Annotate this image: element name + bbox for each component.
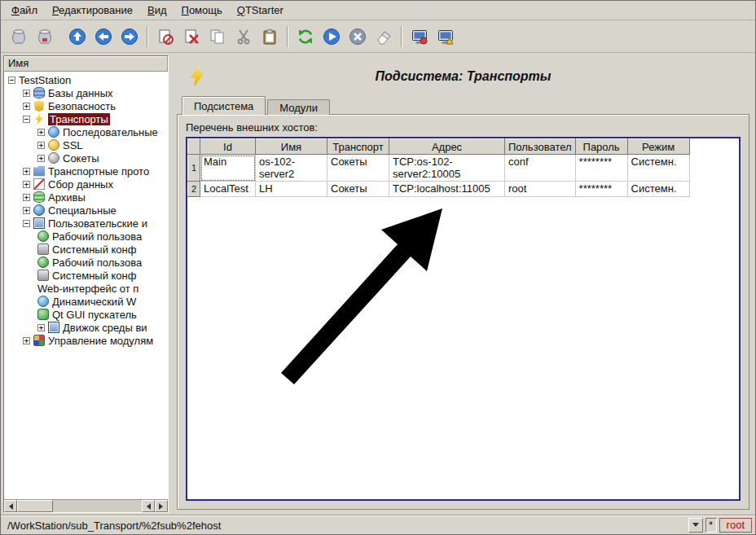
expander-icon[interactable]: + [23,194,30,201]
tree-item-data-acquisition[interactable]: + Сбор данных [4,178,168,191]
expander-icon[interactable]: + [23,90,30,97]
start-updating-icon[interactable] [319,24,345,49]
table-row[interactable]: 1 Main os-102-server2 Сокеты TCP:os-102-… [188,155,690,182]
up-level-icon[interactable] [64,24,90,49]
cell-address[interactable]: TCP:localhost:11005 [389,182,505,197]
cell-user[interactable]: conf [505,155,576,182]
tree-item-label: Специальные [48,204,116,217]
cell-mode[interactable]: Системн. [627,155,689,182]
tree-item-protocols[interactable]: + Транспортные прото [4,164,168,178]
column-header-mode[interactable]: Режим [627,139,689,155]
tree-item-label: Безопасность [48,100,116,112]
tree-item-serial[interactable]: + Последовательные [4,125,168,138]
qtstarter-config-icon[interactable] [433,24,459,49]
tree-horizontal-scrollbar[interactable] [4,499,168,512]
tree-item-specials[interactable]: + Специальные [4,204,168,217]
tab-modules[interactable]: Модули [267,99,330,115]
expander-icon[interactable]: + [37,129,45,136]
qtstarter-monitor-icon[interactable] [407,24,433,49]
cell-transport[interactable]: Сокеты [327,155,389,182]
paste-item-icon[interactable] [257,24,283,49]
tree-item-vca-engine[interactable]: + Движок среды ви [4,321,168,334]
hosts-table-area[interactable]: Id Имя Транспорт Адрес Пользовател Парол… [186,137,741,501]
tree-item-web-vision[interactable]: Рабочий пользова [4,230,168,243]
menu-file[interactable]: Файл [4,2,45,19]
content-area: Имя − TestStation + Базы данных + Безопа… [1,53,755,515]
cell-password[interactable]: ******** [575,155,627,182]
scroll-left-icon[interactable] [142,500,155,512]
refresh-icon[interactable] [292,24,319,49]
expander-icon[interactable]: + [23,337,30,344]
tree-item-sockets[interactable]: + Сокеты [4,151,168,164]
tree-item-archives[interactable]: + Архивы [4,191,168,204]
add-item-icon[interactable] [152,24,178,49]
cut-item-icon[interactable] [231,24,257,49]
menu-help[interactable]: Помощь [174,2,230,19]
clear-icon[interactable] [371,24,397,49]
cell-name[interactable]: os-102-server2 [256,155,327,182]
gear-icon [37,243,49,255]
cell-user[interactable]: root [505,182,576,197]
tree-item-databases[interactable]: + Базы данных [4,86,168,99]
column-header-user[interactable]: Пользовател [505,139,576,155]
back-icon[interactable] [90,24,116,49]
user-dropdown-button[interactable] [688,518,703,533]
expander-icon[interactable]: + [23,207,30,214]
tree-header[interactable]: Имя [4,56,168,72]
expander-icon[interactable]: + [37,324,45,331]
tree-item-web-dyn[interactable]: Динамический W [4,295,168,308]
cell-id[interactable]: Main [200,155,256,182]
table-row[interactable]: 2 LocalTest LH Сокеты TCP:localhost:1100… [188,182,690,197]
socket-icon [48,152,59,164]
row-header[interactable]: 2 [188,182,200,197]
expander-icon[interactable]: + [23,168,30,175]
tab-subsystem[interactable]: Подсистема [182,96,266,115]
column-header-id[interactable]: Id [200,139,256,155]
tree-item-module-management[interactable]: + Управление модулям [4,334,168,347]
tree-item-teststation[interactable]: − TestStation [4,73,168,86]
cell-transport[interactable]: Сокеты [327,182,389,197]
cell-id[interactable]: LocalTest [200,182,256,197]
expander-icon[interactable]: + [37,142,45,149]
tree-item-user-interfaces[interactable]: − Пользовательские и [4,217,168,230]
tree-item-vision[interactable]: Рабочий пользова [4,256,168,269]
expander-icon[interactable]: − [8,77,15,84]
column-header-name[interactable]: Имя [256,139,327,155]
tree-item-label: Архивы [48,191,86,204]
copy-item-icon[interactable] [204,24,231,49]
forward-icon[interactable] [116,24,143,49]
expander-icon[interactable]: + [23,103,30,110]
stop-updating-icon[interactable] [345,24,371,49]
column-header-address[interactable]: Адрес [389,139,505,155]
tree-item-qt-starter[interactable]: Qt GUI пускатель [4,308,168,321]
remove-item-icon[interactable] [178,24,204,49]
scrollbar-track[interactable] [53,500,142,512]
cell-name[interactable]: LH [256,182,327,197]
column-header-password[interactable]: Пароль [575,139,627,155]
menu-qtstarter[interactable]: QTStarter [230,2,291,19]
tree-item-qt-config[interactable]: Системный конф [4,269,168,282]
column-header-transport[interactable]: Транспорт [327,139,389,155]
scrollbar-thumb[interactable] [17,500,53,512]
scroll-left-icon[interactable] [4,500,17,512]
save-to-db-icon[interactable] [32,24,58,49]
tree-item-security[interactable]: + Безопасность [4,99,168,112]
tree-item-web-user[interactable]: Web-интерфейс от п [4,282,168,295]
scroll-right-icon[interactable] [155,500,168,512]
cell-password[interactable]: ******** [575,182,627,197]
expander-icon[interactable]: + [37,155,45,162]
cell-mode[interactable]: Системн. [627,182,689,197]
expander-icon[interactable]: + [23,181,30,188]
key-icon [48,139,59,151]
load-from-db-icon[interactable] [6,24,32,49]
row-header[interactable]: 1 [188,155,200,182]
menu-view[interactable]: Вид [140,2,174,19]
menu-edit[interactable]: Редактирование [45,2,140,19]
tree-item-ssl[interactable]: + SSL [4,138,168,151]
expander-icon[interactable]: − [23,116,30,123]
tree-item-transports[interactable]: − Транспорты [4,112,168,125]
tree-item-web-config[interactable]: Системный конф [4,243,168,256]
cell-address[interactable]: TCP:os-102-server2:10005 [389,155,505,182]
toolbar-separator [147,26,148,47]
expander-icon[interactable]: − [23,220,30,227]
